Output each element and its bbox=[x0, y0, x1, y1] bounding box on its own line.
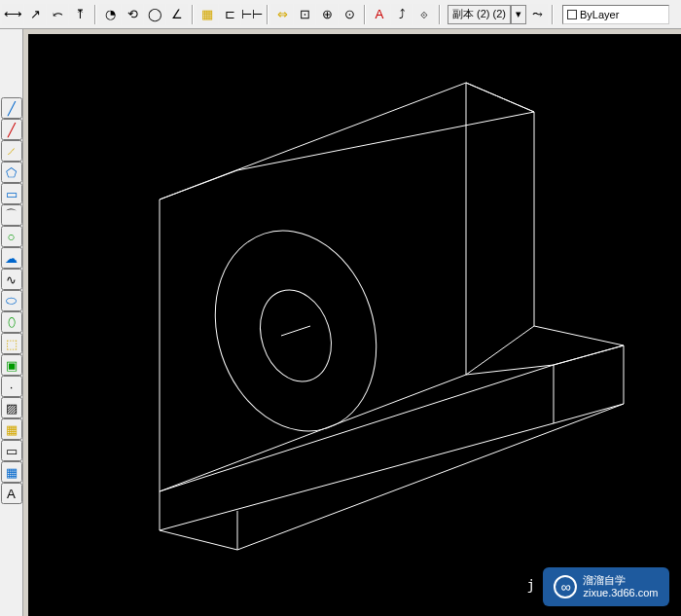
ellipse-icon[interactable]: ⬭ bbox=[1, 290, 22, 311]
quick-dim-icon[interactable]: ▦ bbox=[197, 4, 218, 25]
left-toolbar: ╱ ╱ ⟋ ⬠ ▭ ⌒ ○ ☁ ∿ ⬭ ⬯ ⬚ ▣ · ▨ ▦ ▭ ▦ A bbox=[0, 29, 23, 616]
circle-icon[interactable]: ○ bbox=[1, 226, 22, 247]
table-icon[interactable]: ▦ bbox=[1, 461, 22, 483]
revision-cloud-icon[interactable]: ☁ bbox=[1, 247, 22, 269]
point-icon[interactable]: · bbox=[1, 376, 22, 397]
dim-style-dropdown[interactable]: 副本 (2) (2) ▾ bbox=[448, 5, 526, 24]
dim-style-label: 副本 (2) (2) bbox=[448, 5, 511, 24]
construction-line-icon[interactable]: ╱ bbox=[1, 119, 22, 140]
dim-diameter-icon[interactable]: ◯ bbox=[144, 4, 165, 25]
top-toolbar: ⟷ ↗ ⤺ ⤒ ◔ ⟲ ◯ ∠ ▦ ⊏ ⊢⊢ ⇔ ⊡ ⊕ ⊙ A ⤴ ⟐ 副本 … bbox=[0, 0, 681, 29]
canvas-label: j bbox=[527, 577, 535, 593]
dim-break-icon[interactable]: ⊡ bbox=[294, 4, 315, 25]
watermark-logo-icon: ∞ bbox=[554, 575, 577, 598]
svg-line-0 bbox=[281, 326, 310, 336]
cad-drawing bbox=[28, 34, 680, 616]
dropdown-arrow-icon: ▾ bbox=[511, 5, 526, 24]
dim-radius-icon[interactable]: ◔ bbox=[99, 4, 121, 25]
polyline-icon[interactable]: ⟋ bbox=[1, 140, 22, 162]
divider bbox=[267, 5, 269, 24]
dim-continue-icon[interactable]: ⊢⊢ bbox=[241, 4, 263, 25]
tolerance-icon[interactable]: ⊕ bbox=[316, 4, 338, 25]
dim-ordinate-icon[interactable]: ⤒ bbox=[69, 4, 90, 25]
spline-icon[interactable]: ∿ bbox=[1, 269, 22, 290]
dim-baseline-icon[interactable]: ⊏ bbox=[219, 4, 240, 25]
dim-update-icon[interactable]: ⟐ bbox=[413, 4, 435, 25]
arc-icon[interactable]: ⌒ bbox=[1, 204, 22, 226]
layer-color-swatch bbox=[567, 10, 577, 19]
drawing-canvas[interactable]: j ∞ 溜溜自学 zixue.3d66.com bbox=[28, 34, 681, 616]
insert-block-icon[interactable]: ⬚ bbox=[1, 333, 22, 354]
watermark-title: 溜溜自学 bbox=[583, 574, 658, 587]
rectangle-icon[interactable]: ▭ bbox=[1, 183, 22, 204]
ellipse-arc-icon[interactable]: ⬯ bbox=[1, 311, 22, 333]
dim-aligned-icon[interactable]: ↗ bbox=[24, 4, 46, 25]
layer-label: ByLayer bbox=[580, 9, 619, 20]
dim-space-icon[interactable]: ⇔ bbox=[271, 4, 293, 25]
line-icon[interactable]: ╱ bbox=[1, 97, 22, 119]
polygon-icon[interactable]: ⬠ bbox=[1, 162, 22, 183]
watermark-url: zixue.3d66.com bbox=[583, 587, 658, 599]
region-icon[interactable]: ▭ bbox=[1, 440, 22, 461]
hatch-icon[interactable]: ▨ bbox=[1, 397, 22, 418]
text-icon[interactable]: A bbox=[1, 483, 22, 504]
dim-arc-icon[interactable]: ⤺ bbox=[47, 4, 68, 25]
dim-jogged-icon[interactable]: ⟲ bbox=[122, 4, 143, 25]
dim-tedit-icon[interactable]: ⤴ bbox=[391, 4, 412, 25]
divider bbox=[439, 5, 441, 24]
dim-style-icon[interactable]: ⤳ bbox=[526, 4, 548, 25]
workspace: ╱ ╱ ⟋ ⬠ ▭ ⌒ ○ ☁ ∿ ⬭ ⬯ ⬚ ▣ · ▨ ▦ ▭ ▦ A bbox=[0, 29, 681, 616]
divider bbox=[552, 5, 554, 24]
dim-edit-icon[interactable]: A bbox=[369, 4, 390, 25]
svg-point-2 bbox=[249, 281, 342, 391]
dim-angular-icon[interactable]: ∠ bbox=[166, 4, 188, 25]
dim-linear-icon[interactable]: ⟷ bbox=[2, 4, 23, 25]
gradient-icon[interactable]: ▦ bbox=[1, 418, 22, 440]
watermark-badge: ∞ 溜溜自学 zixue.3d66.com bbox=[543, 567, 669, 606]
center-mark-icon[interactable]: ⊙ bbox=[339, 4, 360, 25]
divider bbox=[192, 5, 194, 24]
divider bbox=[94, 5, 96, 24]
make-block-icon[interactable]: ▣ bbox=[1, 354, 22, 376]
divider bbox=[364, 5, 366, 24]
layer-color-dropdown[interactable]: ByLayer bbox=[562, 5, 669, 24]
